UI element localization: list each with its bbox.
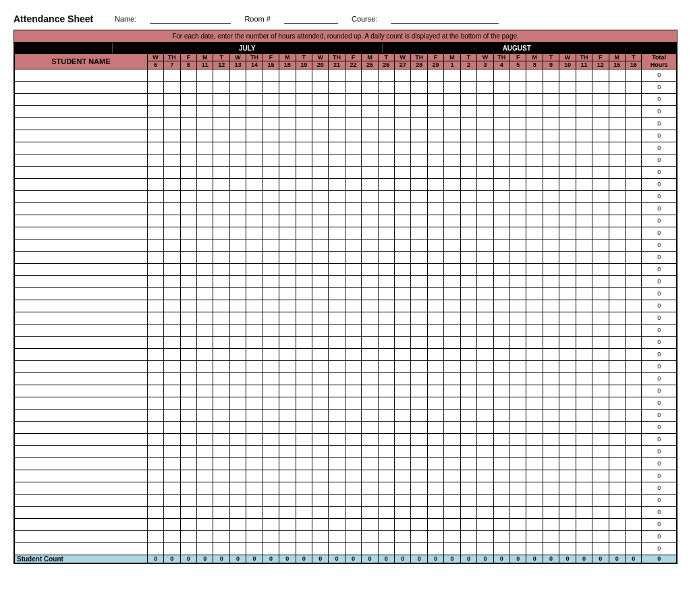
day-cell[interactable] [444, 530, 460, 542]
table-row[interactable]: 0 [15, 142, 677, 154]
day-cell[interactable] [444, 312, 460, 324]
day-cell[interactable] [510, 93, 526, 105]
day-cell[interactable] [576, 251, 592, 263]
day-cell[interactable] [625, 494, 641, 506]
day-cell[interactable] [526, 190, 543, 202]
day-cell[interactable] [262, 360, 279, 372]
day-cell[interactable] [229, 312, 246, 324]
day-cell[interactable] [411, 130, 427, 142]
day-cell[interactable] [312, 348, 328, 360]
day-cell[interactable] [147, 154, 163, 166]
day-cell[interactable] [444, 360, 460, 372]
day-cell[interactable] [312, 542, 328, 555]
day-cell[interactable] [262, 348, 279, 360]
day-cell[interactable] [229, 117, 246, 130]
day-cell[interactable] [460, 215, 476, 227]
day-cell[interactable] [395, 372, 411, 385]
day-cell[interactable] [559, 409, 576, 421]
day-cell[interactable] [180, 227, 196, 239]
day-cell[interactable] [378, 154, 394, 166]
day-cell[interactable] [164, 275, 180, 287]
day-cell[interactable] [477, 117, 493, 130]
day-cell[interactable] [213, 239, 229, 251]
day-cell[interactable] [460, 166, 476, 178]
day-cell[interactable] [378, 239, 394, 251]
day-cell[interactable] [427, 142, 443, 154]
day-cell[interactable] [395, 166, 411, 178]
day-cell[interactable] [427, 300, 443, 312]
day-cell[interactable] [213, 69, 229, 81]
day-cell[interactable] [180, 445, 196, 457]
day-cell[interactable] [345, 130, 361, 142]
day-cell[interactable] [229, 385, 246, 397]
day-cell[interactable] [609, 470, 625, 482]
day-cell[interactable] [164, 409, 180, 421]
day-cell[interactable] [362, 93, 378, 105]
day-cell[interactable] [526, 154, 543, 166]
day-cell[interactable] [197, 105, 213, 117]
day-cell[interactable] [444, 93, 460, 105]
day-cell[interactable] [378, 324, 394, 336]
day-cell[interactable] [197, 300, 213, 312]
day-cell[interactable] [592, 275, 609, 287]
day-cell[interactable] [197, 385, 213, 397]
day-cell[interactable] [493, 178, 509, 190]
day-cell[interactable] [576, 397, 592, 409]
day-cell[interactable] [312, 154, 328, 166]
day-cell[interactable] [543, 81, 559, 93]
day-cell[interactable] [164, 530, 180, 542]
day-cell[interactable] [609, 530, 625, 542]
day-cell[interactable] [362, 300, 378, 312]
day-cell[interactable] [262, 239, 279, 251]
student-name-cell[interactable] [15, 494, 148, 506]
day-cell[interactable] [411, 263, 427, 275]
day-cell[interactable] [526, 239, 543, 251]
day-cell[interactable] [625, 312, 641, 324]
day-cell[interactable] [444, 239, 460, 251]
day-cell[interactable] [229, 542, 246, 555]
day-cell[interactable] [460, 433, 476, 445]
day-cell[interactable] [147, 445, 163, 457]
day-cell[interactable] [229, 202, 246, 215]
day-cell[interactable] [559, 421, 576, 433]
day-cell[interactable] [411, 312, 427, 324]
day-cell[interactable] [493, 506, 509, 518]
day-cell[interactable] [180, 190, 196, 202]
day-cell[interactable] [312, 409, 328, 421]
day-cell[interactable] [609, 385, 625, 397]
day-cell[interactable] [592, 397, 609, 409]
day-cell[interactable] [625, 542, 641, 555]
day-cell[interactable] [427, 506, 443, 518]
day-cell[interactable] [378, 142, 394, 154]
day-cell[interactable] [411, 93, 427, 105]
student-name-cell[interactable] [15, 166, 148, 178]
day-cell[interactable] [526, 336, 543, 348]
day-cell[interactable] [147, 433, 163, 445]
day-cell[interactable] [559, 227, 576, 239]
day-cell[interactable] [625, 69, 641, 81]
day-cell[interactable] [180, 130, 196, 142]
day-cell[interactable] [477, 409, 493, 421]
day-cell[interactable] [329, 251, 345, 263]
day-cell[interactable] [246, 239, 262, 251]
day-cell[interactable] [246, 130, 262, 142]
day-cell[interactable] [526, 348, 543, 360]
day-cell[interactable] [592, 506, 609, 518]
table-row[interactable]: 0 [15, 263, 677, 275]
day-cell[interactable] [526, 166, 543, 178]
day-cell[interactable] [609, 348, 625, 360]
day-cell[interactable] [362, 178, 378, 190]
day-cell[interactable] [427, 81, 443, 93]
day-cell[interactable] [279, 470, 296, 482]
day-cell[interactable] [180, 518, 196, 530]
day-cell[interactable] [246, 433, 262, 445]
day-cell[interactable] [164, 81, 180, 93]
day-cell[interactable] [164, 117, 180, 130]
day-cell[interactable] [378, 457, 394, 470]
table-row[interactable]: 0 [15, 93, 677, 105]
day-cell[interactable] [197, 154, 213, 166]
day-cell[interactable] [362, 312, 378, 324]
day-cell[interactable] [164, 433, 180, 445]
day-cell[interactable] [296, 336, 312, 348]
day-cell[interactable] [229, 300, 246, 312]
